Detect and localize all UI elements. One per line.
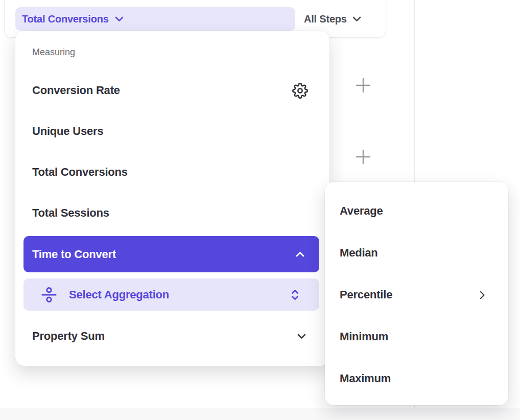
menu-item-total-sessions[interactable]: Total Sessions [15,193,329,234]
menu-section-label: Measuring [32,47,75,58]
up-down-chevron-icon [291,289,299,300]
submenu-item-label: Average [340,204,383,218]
menu-item-label: Select Aggregation [69,288,169,301]
submenu-item-label: Median [340,246,378,260]
menu-item-label: Conversion Rate [32,84,120,97]
submenu-item-label: Maximum [340,372,391,385]
funnel-builder-page: Total Conversions All Steps Measuring Co… [0,0,520,420]
gear-icon[interactable] [292,83,308,99]
submenu-item-label: Percentile [340,288,392,301]
submenu-item-label: Minimum [340,330,388,343]
plus-icon [356,78,371,93]
menu-item-conversion-rate[interactable]: Conversion Rate [15,70,329,111]
bottom-section-divider [0,408,520,420]
aggregation-submenu: Average Median Percentile Minimum Maximu… [325,182,508,405]
steps-selector-button[interactable]: All Steps [304,7,361,31]
measuring-menu: Measuring Conversion Rate Unique Users T… [15,31,329,366]
menu-item-label: Unique Users [32,125,103,138]
menu-item-unique-users[interactable]: Unique Users [15,111,329,152]
measurement-selector-label: Total Conversions [22,13,109,25]
chevron-down-icon [297,334,306,339]
aggregation-icon [41,287,57,302]
menu-item-label: Total Conversions [32,166,128,179]
select-aggregation-row[interactable]: Select Aggregation [23,278,319,311]
menu-item-total-conversions[interactable]: Total Conversions [15,152,329,193]
chevron-down-icon [352,16,361,22]
submenu-item-average[interactable]: Average [325,191,508,231]
menu-item-label: Property Sum [32,330,105,343]
chevron-right-icon [480,291,485,299]
add-step-button[interactable] [355,149,371,165]
chevron-up-icon [296,251,304,257]
menu-item-time-to-convert[interactable]: Time to Convert [23,236,319,272]
steps-selector-label: All Steps [304,13,347,25]
plus-icon [356,149,371,165]
submenu-item-minimum[interactable]: Minimum [325,316,508,357]
menu-item-property-sum[interactable]: Property Sum [15,316,329,357]
submenu-item-maximum[interactable]: Maximum [325,358,508,399]
menu-item-label: Total Sessions [32,206,109,220]
submenu-item-median[interactable]: Median [325,232,508,273]
chevron-down-icon [115,16,124,22]
measurement-selector-button[interactable]: Total Conversions [15,7,295,31]
add-step-button[interactable] [355,77,371,94]
menu-item-label: Time to Convert [32,248,116,261]
submenu-item-percentile[interactable]: Percentile [325,274,508,315]
